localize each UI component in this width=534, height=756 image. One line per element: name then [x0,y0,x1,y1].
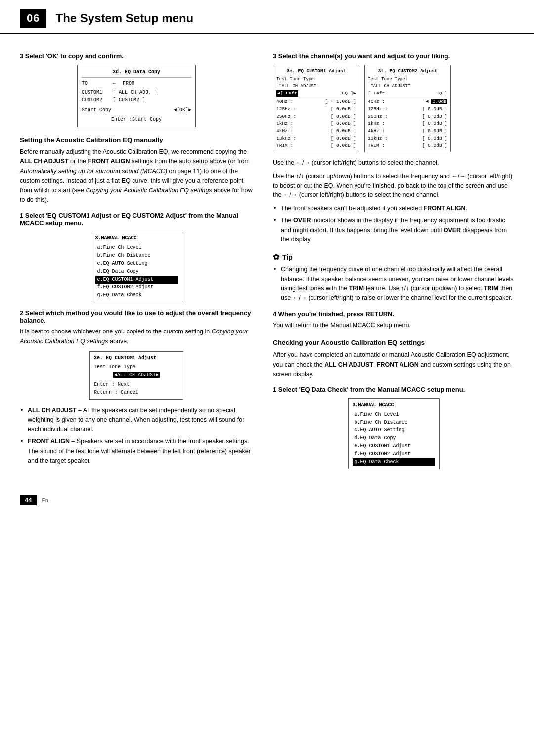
start-copy-val: ◄[OK]► [174,106,191,114]
page-number: 44 [20,495,37,505]
mcacc2-item-c: c.EQ AUTO Setting [353,426,435,434]
cursor-lr-para: Use the ←/→ (cursor left/right) buttons … [273,158,514,168]
eq1-tab-left: ◄[ Left [276,90,298,97]
page-footer: 44 En [0,487,534,509]
left-column: 3 Select 'OK' to copy and confirm. 3d. E… [20,46,267,475]
eq2-tab-left: [ Left [368,90,385,97]
bullet-front-align-note: The front speakers can't be adjusted if … [273,204,514,213]
custom1-val: [ ALL CH ADJ. ] [113,89,157,96]
custom1-label: CUSTOM1 [82,89,109,96]
main-content: 3 Select 'OK' to copy and confirm. 3d. E… [0,46,534,475]
eq2-row-4khz: 4kHz :[ 0.0dB ] [368,128,447,135]
eq-copy-title: 3d. EQ Data Copy [82,68,191,78]
checking-heading: Checking your Acoustic Calibration EQ se… [273,339,514,346]
eq2-all-ch: "ALL CH ADJUST" [368,83,447,90]
start-copy-label: Start Copy [82,106,111,114]
tt-value: ◄ALL CH ADJUST► [94,371,179,379]
eq2-row-trim: TRIM :[ 0.0dB ] [368,142,447,150]
manual-mcacc-screen2: 3.MANUAL MCACC a.Fine Ch Level b.Fine Ch… [348,398,440,469]
bullet-over-note: The OVER indicator shows in the display … [273,216,514,244]
mcacc1-item-f: f.EQ CUSTOM2 Adjust [95,284,178,291]
mcacc2-item-a: a.Fine Ch Level [353,411,435,419]
mcacc2-item-g: g.EQ Data Check [353,458,435,466]
mcacc2-item-d: d.EQ Data Copy [353,434,435,442]
eq-custom2-screen: 3f. EQ CUSTOM2 Adjust Test Tone Type: "A… [364,65,451,152]
tt-return: Return : Cancel [94,389,179,397]
checking-para: After you have completed an automatic or… [273,350,514,379]
mcacc1-item-g: g.EQ Data Check [95,291,178,299]
custom2-val: [ CUSTOM2 ] [113,96,145,104]
step1-heading: 1 Select 'EQ CUSTOM1 Adjust or EQ CUSTOM… [20,212,253,227]
setting-heading: Setting the Acoustic Calibration EQ manu… [20,136,253,143]
eq1-row-250hz: 250Hz :[ 0.0dB ] [276,113,356,121]
step4-heading: 4 When you're finished, press RETURN. [273,310,514,318]
custom2-label: CUSTOM2 [82,96,109,104]
eq-custom1-screen: 3e. EQ CUSTOM1 Adjust Test Tone Type: "A… [273,65,359,152]
mcacc1-item-e: e.EQ CUSTOM1 Adjust [95,276,178,284]
eq1-tab-eq: EQ ]► [342,90,356,97]
enter-start-copy: Enter :Start Copy [82,116,191,124]
mcacc2-title: 3.MANUAL MCACC [353,401,435,409]
tip-header: ✿ Tip [273,252,514,262]
eq2-tone-type: Test Tone Type: [368,76,447,83]
mcacc2-item-b: b.Fine Ch Distance [353,419,435,426]
eq2-row-13khz: 13kHz :[ 0.0dB ] [368,135,447,142]
eq2-row-250hz: 250Hz :[ 0.0dB ] [368,113,447,121]
step2-heading: 2 Select which method you would like to … [20,309,253,324]
page-header: 06 The System Setup menu [0,0,534,34]
bullet-front-align: FRONT ALIGN – Speakers are set in accord… [20,437,253,466]
eq2-tab-eq: EQ ] [436,90,447,97]
right-column: 3 Select the channel(s) you want and adj… [267,46,514,475]
lang-label: En [42,497,48,503]
eq1-tone-type: Test Tone Type: [276,76,356,83]
method-bullets: ALL CH ADJUST – All the speakers can be … [20,406,253,466]
mcacc1-item-a: a.Fine Ch Level [95,244,178,252]
manual-mcacc-screen1: 3.MANUAL MCACC a.Fine Ch Level b.Fine Ch… [91,232,182,302]
mcacc2-item-f: f.EQ CUSTOM2 Adjust [353,450,435,458]
to-label: TO [82,80,109,88]
mcacc1-item-d: d.EQ Data Copy [95,268,178,276]
tt-title: 3e. EQ CUSTOM1 Adjust [94,354,179,362]
eq1-row-125hz: 125Hz :[ 0.0dB ] [276,106,356,113]
bullet-all-ch-adjust: ALL CH ADJUST – All the speakers can be … [20,406,253,434]
mcacc1-title: 3.MANUAL MCACC [95,235,178,242]
eq-notes-bullets: The front speakers can't be adjusted if … [273,204,514,245]
tt-enter: Enter : Next [94,381,179,389]
eq1-row-1khz: 1kHz :[ 0.0dB ] [276,120,356,128]
mcacc2-item-e: e.EQ CUSTOM1 Adjust [353,442,435,450]
eq1-header: ◄[ Left EQ ]► [276,90,356,98]
tt-type-label: Test Tone Type [94,363,179,371]
tip-icon: ✿ [273,252,279,262]
tip-label: Tip [282,253,293,261]
eq1-row-4khz: 4kHz :[ 0.0dB ] [276,128,356,135]
eq2-title: 3f. EQ CUSTOM2 Adjust [368,68,447,75]
eq1-row-40hz: 40Hz :[ + 1.0dB ] [276,98,356,106]
mcacc1-item-c: c.EQ AUTO Setting [95,260,178,268]
eq1-title: 3e. EQ CUSTOM1 Adjust [276,68,356,75]
tip-bullets: Changing the frequency curve of one chan… [273,265,514,303]
eq1-all-ch: "ALL CH ADJUST" [276,83,356,90]
chapter-number: 06 [20,9,46,28]
cursor-ud-para: Use the ↑/↓ (cursor up/down) buttons to … [273,172,514,200]
eq-dual-screens: 3e. EQ CUSTOM1 Adjust Test Tone Type: "A… [273,65,514,152]
test-tone-screen: 3e. EQ CUSTOM1 Adjust Test Tone Type ◄AL… [89,351,183,400]
tip-bullet-trim: Changing the frequency curve of one chan… [273,265,514,303]
mcacc1-item-b: b.Fine Ch Distance [95,252,178,260]
step4-para: You will return to the Manual MCACC setu… [273,321,514,330]
eq2-row-1khz: 1kHz :[ 0.0dB ] [368,120,447,128]
step3-ok-heading: 3 Select 'OK' to copy and confirm. [20,52,253,60]
setting-para1: Before manually adjusting the Acoustic C… [20,147,253,205]
eq2-row-125hz: 125Hz :[ 0.0dB ] [368,106,447,113]
step3-right-heading: 3 Select the channel(s) you want and adj… [273,52,514,60]
eq2-header: [ Left EQ ] [368,90,447,98]
tip-box: ✿ Tip Changing the frequency curve of on… [273,252,514,303]
from-label: FROM [123,80,134,88]
step2-para: It is best to choose whichever one you c… [20,327,253,346]
eq1-row-13khz: 13kHz :[ 0.0dB ] [276,135,356,142]
eq-data-copy-screen: 3d. EQ Data Copy TO ← FROM CUSTOM1 [ ALL… [77,65,196,127]
arrow-label: ← [113,80,119,88]
chapter-title: The System Setup menu [55,11,193,25]
eq2-row-40hz: 40Hz :◄ 0.0dB [368,98,447,106]
step1b-heading: 1 Select 'EQ Data Check' from the Manual… [273,386,514,393]
eq1-row-trim: TRIM :[ 0.0dB ] [276,142,356,150]
